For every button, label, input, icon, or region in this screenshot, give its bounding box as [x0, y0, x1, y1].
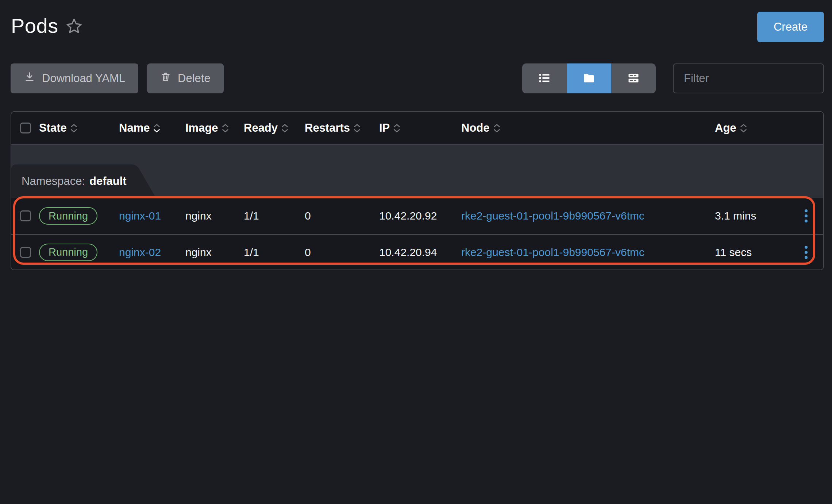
sort-icons	[493, 124, 500, 133]
stacked-rows-icon	[627, 71, 640, 86]
bulleted-list-icon	[538, 71, 551, 86]
age-cell: 3.1 mins	[715, 210, 789, 222]
favorite-star-icon[interactable]	[66, 18, 82, 34]
row-actions-button[interactable]	[801, 242, 811, 263]
sort-icons-active	[153, 124, 160, 133]
namespace-group-label: Namespace:	[22, 175, 85, 188]
select-all-cell	[11, 123, 35, 133]
row-select-cell	[11, 247, 35, 258]
delete-button[interactable]: Delete	[147, 63, 224, 93]
download-yaml-button[interactable]: Download YAML	[11, 63, 138, 93]
node-link[interactable]: rke2-guest-01-pool1-9b990567-v6tmc	[461, 210, 715, 222]
column-label: Image	[185, 121, 218, 135]
ready-cell: 1/1	[244, 246, 305, 259]
download-icon	[24, 71, 35, 86]
restarts-cell: 0	[305, 246, 379, 259]
bulk-actions: Download YAML Delete	[11, 63, 224, 93]
status-badge: Running	[39, 207, 97, 225]
pod-name-link[interactable]: nginx-02	[119, 246, 185, 259]
sort-icons	[393, 124, 400, 133]
select-all-checkbox[interactable]	[20, 123, 31, 133]
sort-icons	[281, 124, 288, 133]
view-flat-button[interactable]	[611, 63, 656, 93]
table-row[interactable]: Running nginx-02 nginx 1/1 0 10.42.20.94…	[11, 234, 823, 270]
delete-label: Delete	[178, 72, 211, 85]
ip-cell: 10.42.20.92	[379, 210, 461, 222]
column-header-name[interactable]: Name	[119, 121, 185, 135]
column-header-age[interactable]: Age	[715, 121, 789, 135]
row-select-cell	[11, 210, 35, 221]
state-cell: Running	[35, 207, 119, 225]
column-label: Restarts	[305, 121, 350, 135]
folder-icon	[582, 71, 596, 86]
image-cell: nginx	[185, 246, 244, 259]
namespace-group-value: default	[89, 175, 127, 188]
view-list-button[interactable]	[522, 63, 567, 93]
pods-table: State Name Image Ready	[11, 111, 824, 270]
image-cell: nginx	[185, 210, 244, 222]
row-checkbox[interactable]	[20, 210, 31, 221]
create-button[interactable]: Create	[757, 12, 824, 42]
restarts-cell: 0	[305, 210, 379, 222]
pod-name-link[interactable]: nginx-01	[119, 210, 185, 222]
state-cell: Running	[35, 244, 119, 261]
column-header-image[interactable]: Image	[185, 121, 244, 135]
column-label: Name	[119, 121, 150, 135]
column-header-ip[interactable]: IP	[379, 121, 461, 135]
page-header: Pods	[11, 14, 82, 38]
view-mode-toggle	[522, 63, 656, 93]
row-actions-button[interactable]	[801, 206, 811, 226]
sort-icons	[740, 124, 747, 133]
namespace-group-tab: Namespace: default	[11, 164, 132, 198]
column-header-restarts[interactable]: Restarts	[305, 121, 379, 135]
table-header-row: State Name Image Ready	[11, 112, 823, 145]
column-label: Ready	[244, 121, 278, 135]
table-row[interactable]: Running nginx-01 nginx 1/1 0 10.42.20.92…	[11, 198, 823, 234]
column-header-node[interactable]: Node	[461, 121, 715, 135]
filter-input[interactable]	[673, 63, 824, 93]
sort-icons	[70, 124, 77, 133]
column-header-state[interactable]: State	[35, 121, 119, 135]
sort-icons	[222, 124, 229, 133]
ready-cell: 1/1	[244, 210, 305, 222]
column-label: IP	[379, 121, 390, 135]
column-label: Node	[461, 121, 490, 135]
status-badge: Running	[39, 244, 97, 261]
sort-icons	[354, 124, 361, 133]
column-label: Age	[715, 121, 736, 135]
row-checkbox[interactable]	[20, 247, 31, 258]
trash-icon	[160, 71, 171, 85]
node-link[interactable]: rke2-guest-01-pool1-9b990567-v6tmc	[461, 246, 715, 259]
age-cell: 11 secs	[715, 246, 789, 259]
column-header-ready[interactable]: Ready	[244, 121, 305, 135]
column-label: State	[39, 121, 67, 135]
view-grouped-button[interactable]	[567, 63, 611, 93]
page-title: Pods	[11, 14, 58, 38]
namespace-group-row: Namespace: default	[11, 145, 823, 198]
download-yaml-label: Download YAML	[42, 72, 125, 85]
ip-cell: 10.42.20.94	[379, 246, 461, 259]
